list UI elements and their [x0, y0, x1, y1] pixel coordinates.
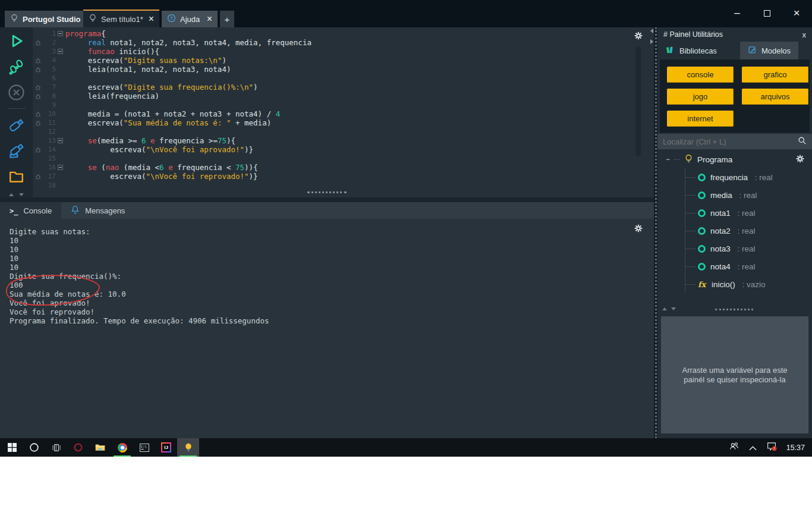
app-logo: Portugol Studio [5, 11, 83, 27]
people-icon[interactable] [729, 442, 739, 453]
model-button-jogo[interactable]: jogo [667, 89, 734, 105]
code-line[interactable]: leia(frequencia) [65, 92, 630, 100]
taskbar-opera[interactable] [67, 438, 89, 457]
save-usb-button[interactable] [7, 115, 26, 134]
code-line[interactable]: escreva("Digite sua frequencia()%:\n") [65, 83, 630, 92]
close-window-button[interactable]: × [789, 6, 804, 20]
maximize-button[interactable] [760, 6, 774, 20]
taskbar-intellij[interactable]: IJ [155, 438, 177, 457]
code-line[interactable] [65, 74, 630, 83]
run-button[interactable] [7, 32, 26, 51]
taskbar-cortana[interactable] [23, 438, 45, 457]
collapse-toggle-icon[interactable]: − [666, 156, 670, 163]
code-line[interactable]: real nota1, nota2, nota3, nota4, media, … [65, 38, 630, 47]
code-fold-toggle[interactable] [58, 138, 63, 143]
tab-bibliotecas[interactable]: Bibliotecas [657, 42, 725, 59]
tab-modelos[interactable]: Modelos [740, 42, 798, 59]
tree-item-nota4[interactable]: nota4 : real [698, 257, 812, 275]
line-number: 11 [43, 119, 56, 127]
tab-ajuda[interactable]: ? Ajuda × [162, 11, 218, 27]
code-line[interactable]: escreva("\nVocê foi aprovado!")} [65, 145, 630, 154]
code-line[interactable]: escreva("Sua média de notas é: " + media… [65, 118, 630, 127]
breakpoint-bug-icon[interactable] [33, 146, 43, 153]
tree-item-nota3[interactable]: nota3 : real [698, 240, 812, 257]
open-file-button[interactable] [7, 166, 26, 186]
model-button-arquivos[interactable]: arquivos [742, 89, 808, 105]
taskbar-task-view[interactable] [45, 438, 67, 457]
code-fold-toggle[interactable] [58, 31, 63, 36]
code-line[interactable]: se (nao (media <6 e frequencia < 75)){ [65, 163, 630, 172]
toolbar-overflow-arrows[interactable] [9, 193, 24, 196]
taskbar-cmd[interactable]: C:\ [133, 438, 155, 457]
code-fold-toggle[interactable] [58, 165, 63, 170]
collapse-right-icon[interactable] [650, 39, 653, 44]
code-line[interactable] [65, 181, 630, 190]
tree-item-inicio[interactable]: fxinicio() : vazio [698, 275, 812, 293]
code-line[interactable]: funcao inicio(){ [65, 47, 630, 56]
stop-button[interactable] [7, 83, 26, 102]
taskbar-start[interactable] [1, 438, 23, 457]
editor-scrollbar[interactable] [635, 46, 641, 156]
step-debug-button[interactable] [7, 57, 26, 76]
breakpoint-bug-icon[interactable] [33, 84, 43, 91]
tree-root-programa[interactable]: − Programa [657, 150, 812, 168]
taskbar-portugol[interactable] [177, 438, 199, 457]
collapse-left-icon[interactable] [650, 29, 653, 33]
close-tab-icon[interactable]: × [149, 14, 154, 24]
inspector-splitter-handle[interactable] [715, 309, 753, 310]
tree-item-nota2[interactable]: nota2 : real [698, 222, 812, 240]
breakpoint-bug-icon[interactable] [33, 57, 43, 64]
breakpoint-bug-icon[interactable] [33, 66, 43, 73]
code-line[interactable] [65, 100, 630, 109]
tree-item-frequencia[interactable]: frequencia : real [698, 168, 812, 186]
editor-console-splitter-handle[interactable] [307, 191, 347, 193]
model-button-internet[interactable]: internet [667, 111, 734, 127]
editor-gutter: 123456789101112131415161718 [33, 29, 64, 190]
tab-console[interactable]: >_ Console [0, 202, 61, 219]
show-hidden-icons-chevron[interactable] [749, 442, 757, 453]
taskbar-clock[interactable]: 15:37 [786, 444, 805, 452]
breakpoint-bug-icon[interactable] [33, 93, 43, 100]
minimize-button[interactable]: – [730, 6, 744, 20]
action-center-icon[interactable]: ! [766, 441, 777, 454]
inspector-collapse-arrows[interactable] [662, 307, 676, 310]
model-button-console[interactable]: console [667, 67, 734, 83]
code-fold-toggle[interactable] [58, 49, 63, 54]
svg-text:!: ! [773, 447, 775, 450]
taskbar-chrome[interactable] [111, 438, 133, 457]
tree-settings-gear-icon[interactable] [795, 154, 805, 165]
search-icon[interactable] [798, 136, 807, 147]
new-tab-button[interactable]: + [220, 11, 234, 27]
search-input[interactable] [663, 137, 794, 146]
svg-text:C:\: C:\ [141, 445, 147, 448]
breakpoint-bug-icon[interactable] [33, 39, 43, 46]
search-bar[interactable] [657, 134, 812, 149]
code-line[interactable] [65, 127, 630, 136]
code-line[interactable]: programa{ [65, 29, 630, 38]
panel-collapse-arrows[interactable] [650, 29, 653, 44]
tree-item-media[interactable]: media : real [698, 186, 812, 204]
code-line[interactable]: se(media >= 6 e frequencia >=75){ [65, 136, 630, 145]
tab-sem-titulo1[interactable]: Sem título1* × [83, 10, 159, 27]
code-line[interactable] [65, 154, 630, 163]
editor-settings-gear-icon[interactable] [634, 31, 643, 43]
code-line[interactable]: leia(nota1, nota2, nota3, nota4) [65, 65, 630, 74]
editor-code[interactable]: programa{ real nota1, nota2, nota3, nota… [65, 29, 630, 190]
code-line[interactable]: media = (nota1 + nota2 + nota3 + nota4) … [65, 109, 630, 118]
breakpoint-bug-icon[interactable] [33, 120, 43, 127]
model-button-grafico[interactable]: grafico [742, 67, 808, 83]
breakpoint-bug-icon[interactable] [33, 173, 43, 180]
taskbar-file-explorer[interactable] [89, 438, 111, 457]
save-as-usb-button[interactable] [7, 141, 26, 160]
tree-children: frequencia : realmedia : realnota1 : rea… [657, 168, 812, 293]
tree-item-nota1[interactable]: nota1 : real [698, 204, 812, 222]
variable-inspector-dropzone[interactable]: Arraste uma variável para este painél se… [661, 316, 808, 433]
code-line[interactable]: escreva("Digite suas notas:\n") [65, 56, 630, 65]
tab-mensagens[interactable]: Mensagens [61, 202, 134, 219]
code-line[interactable]: escreva("\nVocê foi reprovado!")} [65, 172, 630, 181]
close-tab-icon[interactable]: × [207, 14, 212, 24]
close-panel-button[interactable]: x [802, 30, 807, 39]
console-line: Programa finalizado. Tempo de execução: … [10, 316, 654, 325]
code-editor[interactable]: 123456789101112131415161718 programa{ re… [0, 27, 654, 197]
breakpoint-bug-icon[interactable] [33, 111, 43, 118]
